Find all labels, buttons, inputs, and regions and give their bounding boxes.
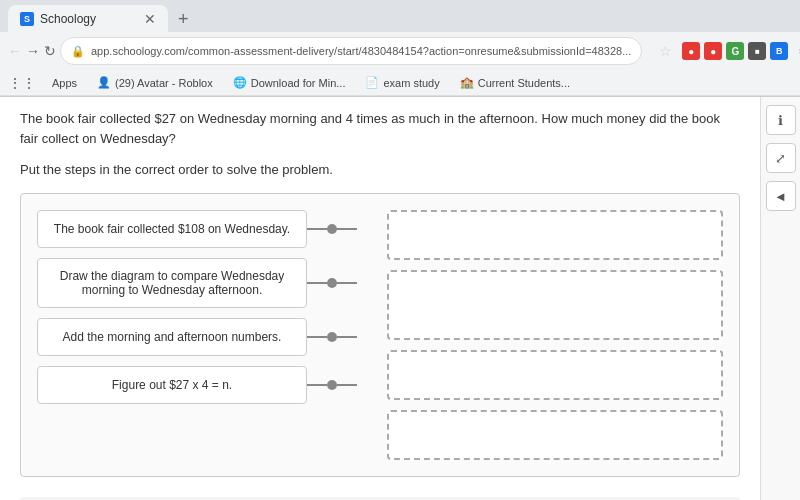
drag-items-column: The book fair collected $108 on Wednesda… <box>37 210 357 460</box>
main-content: The book fair collected $27 on Wednesday… <box>0 97 760 500</box>
expand-btn[interactable]: ⤢ <box>766 143 796 173</box>
extensions-button[interactable]: ⚙ <box>792 38 800 64</box>
browser-actions: ☆ ● ● G ■ B ⚙ M Paused ▼ ⋮ <box>652 38 800 64</box>
bookmark-apps-label: Apps <box>52 77 77 89</box>
bookmark-star-button[interactable]: ☆ <box>652 38 678 64</box>
ext-icon-1: ● <box>682 42 700 60</box>
ext-icon-5: B <box>770 42 788 60</box>
handle-3 <box>307 332 357 342</box>
url-text: app.schoology.com/common-assessment-deli… <box>91 45 631 57</box>
drop-zones-column <box>387 210 723 460</box>
bookmark-students[interactable]: 🏫 Current Students... <box>456 74 574 91</box>
nav-bar: ← → ↻ 🔒 app.schoology.com/common-assessm… <box>0 32 800 70</box>
schoology-sidebar: ℹ ⤢ ◄ <box>760 97 800 500</box>
bookmark-roblox[interactable]: 👤 (29) Avatar - Roblox <box>93 74 217 91</box>
drag-row-1: The book fair collected $108 on Wednesda… <box>37 210 357 248</box>
drop-zone-3[interactable] <box>387 350 723 400</box>
reload-button[interactable]: ↻ <box>44 37 56 65</box>
bookmark-students-label: Current Students... <box>478 77 570 89</box>
dnd-container: The book fair collected $108 on Wednesda… <box>20 193 740 477</box>
tab-favicon: S <box>20 12 34 26</box>
drag-item-2[interactable]: Draw the diagram to compare Wednesday mo… <box>37 258 307 308</box>
tab-close-button[interactable]: ✕ <box>144 11 156 27</box>
instruction-text: Put the steps in the correct order to so… <box>20 162 740 177</box>
info-btn[interactable]: ℹ <box>766 105 796 135</box>
active-tab[interactable]: S Schoology ✕ <box>8 5 168 33</box>
bookmark-download-label: Download for Min... <box>251 77 346 89</box>
tab-bar: S Schoology ✕ + <box>0 0 800 32</box>
bookmark-exam-icon: 📄 <box>365 76 379 89</box>
handle-2 <box>307 278 357 288</box>
bookmark-download-icon: 🌐 <box>233 76 247 89</box>
bookmark-apps[interactable]: Apps <box>48 75 81 91</box>
drop-zone-2[interactable] <box>387 270 723 340</box>
page-content: ℹ ⤢ ◄ The book fair collected $27 on Wed… <box>0 97 800 500</box>
bookmark-roblox-icon: 👤 <box>97 76 111 89</box>
collapse-btn[interactable]: ◄ <box>766 181 796 211</box>
bookmark-exam-label: exam study <box>383 77 439 89</box>
apps-grid-icon[interactable]: ⋮⋮ <box>8 75 36 91</box>
drag-item-1[interactable]: The book fair collected $108 on Wednesda… <box>37 210 307 248</box>
bookmark-students-icon: 🏫 <box>460 76 474 89</box>
question-text: The book fair collected $27 on Wednesday… <box>20 109 740 148</box>
bookmarks-bar: ⋮⋮ Apps 👤 (29) Avatar - Roblox 🌐 Downloa… <box>0 70 800 96</box>
drop-zone-4[interactable] <box>387 410 723 460</box>
ext-icon-3: G <box>726 42 744 60</box>
browser-chrome: S Schoology ✕ + ← → ↻ 🔒 app.schoology.co… <box>0 0 800 97</box>
lock-icon: 🔒 <box>71 45 85 58</box>
drag-item-4[interactable]: Figure out $27 x 4 = n. <box>37 366 307 404</box>
drag-row-2: Draw the diagram to compare Wednesday mo… <box>37 258 357 308</box>
handle-4 <box>307 380 357 390</box>
bookmark-download[interactable]: 🌐 Download for Min... <box>229 74 350 91</box>
ext-icon-2: ● <box>704 42 722 60</box>
new-tab-button[interactable]: + <box>172 9 195 30</box>
tab-title: Schoology <box>40 12 96 26</box>
drag-item-3[interactable]: Add the morning and afternoon numbers. <box>37 318 307 356</box>
back-button[interactable]: ← <box>8 37 22 65</box>
drag-row-3: Add the morning and afternoon numbers. <box>37 318 357 356</box>
bookmark-exam[interactable]: 📄 exam study <box>361 74 443 91</box>
ext-icon-4: ■ <box>748 42 766 60</box>
address-bar[interactable]: 🔒 app.schoology.com/common-assessment-de… <box>60 37 642 65</box>
drop-zone-1[interactable] <box>387 210 723 260</box>
forward-button[interactable]: → <box>26 37 40 65</box>
drag-row-4: Figure out $27 x 4 = n. <box>37 366 357 404</box>
handle-1 <box>307 224 357 234</box>
bookmark-roblox-label: (29) Avatar - Roblox <box>115 77 213 89</box>
